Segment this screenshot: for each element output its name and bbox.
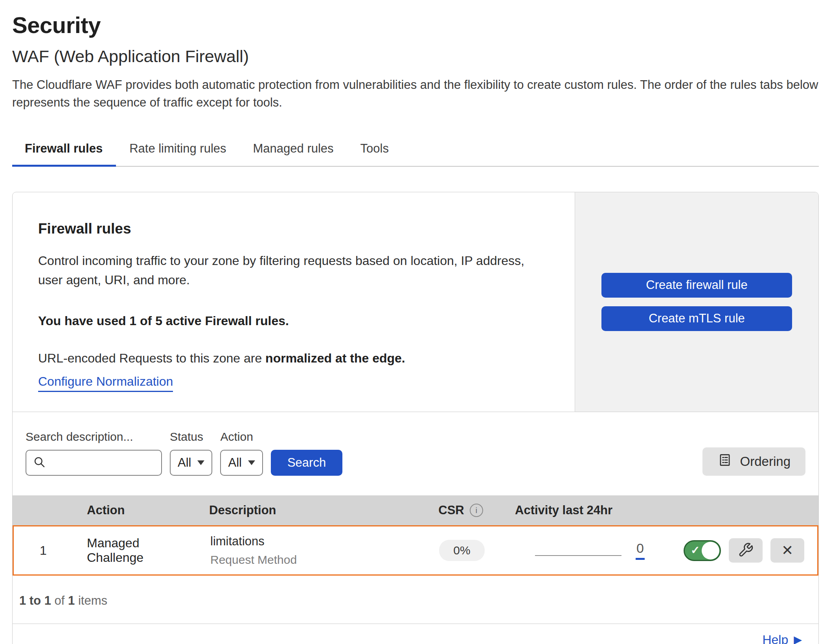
table-footer: 1 to 1 of 1 items	[13, 576, 818, 624]
arrow-right-icon: ▶	[794, 633, 802, 644]
page-subtitle: WAF (Web Application Firewall)	[12, 47, 819, 66]
configure-normalization-link[interactable]: Configure Normalization	[38, 374, 173, 392]
action-group: Action All	[220, 430, 263, 476]
footer-of: of	[51, 594, 68, 607]
header-action: Action	[72, 503, 197, 517]
row-description-cell: limitations Request Method	[199, 534, 423, 567]
info-icon[interactable]: i	[470, 504, 483, 517]
footer-range: 1 to 1	[19, 594, 51, 607]
close-icon: ✕	[781, 542, 793, 559]
page-title: Security	[12, 12, 819, 38]
rule-enabled-toggle[interactable]: ✓	[684, 540, 721, 561]
list-document-icon	[717, 453, 732, 471]
firewall-rules-card: Firewall rules Control incoming traffic …	[12, 192, 819, 644]
card-actions-panel: Create firewall rule Create mTLS rule	[575, 192, 818, 412]
tab-firewall-rules[interactable]: Firewall rules	[12, 134, 116, 166]
search-input[interactable]	[51, 456, 155, 470]
row-controls: ✓ ✕	[666, 538, 817, 563]
status-label: Status	[170, 430, 212, 443]
card-top-section: Firewall rules Control incoming traffic …	[13, 192, 818, 412]
header-activity: Activity last 24hr	[500, 503, 665, 517]
check-icon: ✓	[691, 544, 700, 557]
normalization-line: URL-encoded Requests to this zone are no…	[38, 351, 551, 366]
header-csr-label: CSR	[438, 503, 464, 517]
row-description-sub: Request Method	[210, 553, 423, 567]
search-button[interactable]: Search	[271, 450, 342, 476]
action-select-value: All	[228, 456, 241, 470]
action-select[interactable]: All	[220, 450, 263, 476]
wrench-icon	[738, 542, 754, 559]
row-description[interactable]: limitations	[210, 534, 423, 548]
filter-bar: Search description... Status All	[13, 412, 818, 495]
action-label: Action	[220, 430, 263, 443]
row-csr-badge: 0%	[439, 540, 484, 561]
card-heading: Firewall rules	[38, 221, 551, 237]
ordering-button[interactable]: Ordering	[702, 447, 805, 476]
toggle-knob	[702, 542, 719, 559]
activity-sparkline	[535, 555, 621, 556]
footer-total: 1	[68, 594, 75, 607]
chevron-down-icon	[197, 460, 204, 465]
delete-rule-button[interactable]: ✕	[770, 538, 804, 563]
search-icon	[33, 455, 46, 470]
status-select[interactable]: All	[170, 450, 212, 476]
header-description: Description	[197, 503, 421, 517]
usage-line: You have used 1 of 5 active Firewall rul…	[38, 314, 551, 328]
search-label: Search description...	[26, 430, 162, 443]
normalization-text: URL-encoded Requests to this zone are	[38, 351, 265, 365]
activity-count-link[interactable]: 0	[636, 541, 645, 560]
search-box	[26, 450, 162, 476]
waf-page: Security WAF (Web Application Firewall) …	[0, 0, 831, 644]
row-priority: 1	[40, 543, 47, 558]
page-description: The Cloudflare WAF provides both automat…	[12, 76, 819, 112]
help-row: Help ▶	[13, 624, 818, 644]
table-row: 1 Managed Challenge limitations Request …	[13, 525, 818, 576]
search-group: Search description...	[26, 430, 162, 476]
status-select-value: All	[178, 456, 191, 470]
help-link[interactable]: Help ▶	[762, 633, 802, 644]
create-firewall-rule-button[interactable]: Create firewall rule	[601, 273, 792, 298]
table-header: Action Description CSR i Activity last 2…	[13, 495, 818, 525]
row-activity-cell: 0	[501, 541, 666, 560]
card-description: Control incoming traffic to your zone by…	[38, 251, 551, 290]
header-csr: CSR i	[438, 503, 483, 517]
help-label: Help	[762, 633, 788, 644]
chevron-down-icon	[248, 460, 255, 465]
card-info: Firewall rules Control incoming traffic …	[13, 192, 575, 412]
footer-items: items	[75, 594, 107, 607]
normalization-bold: normalized at the edge.	[265, 351, 405, 365]
create-mtls-rule-button[interactable]: Create mTLS rule	[601, 306, 792, 331]
row-action: Managed Challenge	[73, 536, 199, 565]
status-group: Status All	[170, 430, 212, 476]
ordering-button-label: Ordering	[740, 454, 791, 469]
edit-rule-button[interactable]	[729, 538, 763, 563]
tab-rate-limiting-rules[interactable]: Rate limiting rules	[116, 134, 239, 166]
tab-tools[interactable]: Tools	[347, 134, 402, 166]
waf-tabs: Firewall rules Rate limiting rules Manag…	[12, 134, 819, 167]
tab-managed-rules[interactable]: Managed rules	[240, 134, 347, 166]
